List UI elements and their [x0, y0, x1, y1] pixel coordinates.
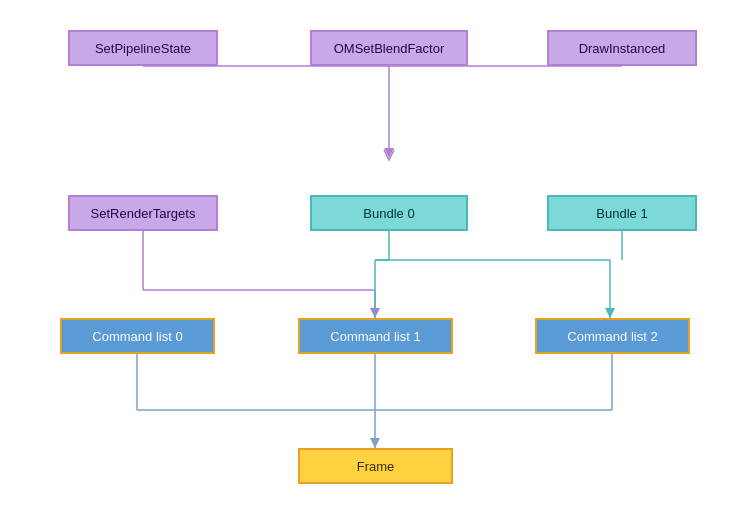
set-pipeline-state-node: SetPipelineState [68, 30, 218, 66]
draw-instanced-node: DrawInstanced [547, 30, 697, 66]
om-set-blend-factor-node: OMSetBlendFactor [310, 30, 468, 66]
svg-marker-2 [384, 148, 394, 158]
bundle-0-node: Bundle 0 [310, 195, 468, 231]
command-list-0-node: Command list 0 [60, 318, 215, 354]
set-render-targets-node: SetRenderTargets [68, 195, 218, 231]
svg-marker-20 [370, 438, 380, 448]
frame-node: Frame [298, 448, 453, 484]
svg-marker-6 [370, 308, 380, 318]
command-list-2-node: Command list 2 [535, 318, 690, 354]
bundle-1-node: Bundle 1 [547, 195, 697, 231]
command-list-1-node: Command list 1 [298, 318, 453, 354]
diagram: SetPipelineState OMSetBlendFactor DrawIn… [0, 0, 752, 528]
svg-marker-13 [605, 308, 615, 318]
